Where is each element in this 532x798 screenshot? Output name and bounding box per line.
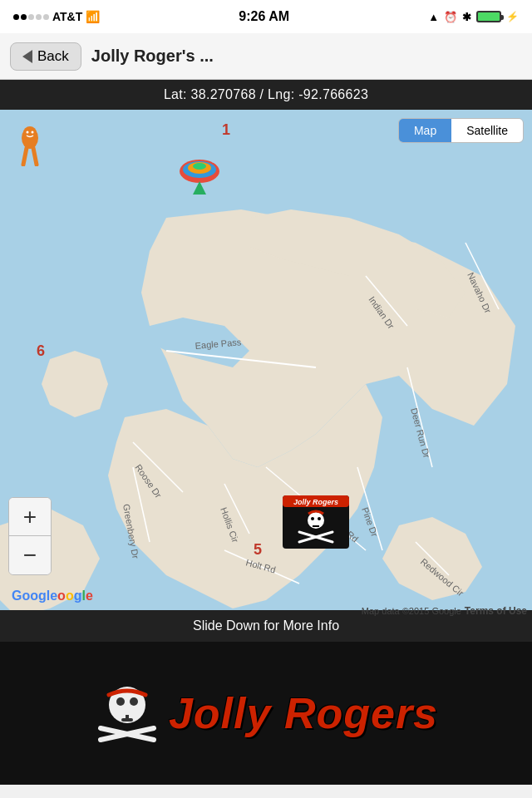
bluetooth-icon: ✱	[462, 11, 471, 23]
nav-bar: Back Jolly Roger's ...	[0, 33, 532, 80]
signal-dot-4	[36, 14, 42, 20]
svg-rect-54	[126, 715, 129, 722]
svg-line-34	[23, 148, 27, 165]
map-type-toggle[interactable]: Map Satellite	[398, 118, 524, 143]
jolly-rogers-banner: Jolly Rogers	[0, 642, 532, 785]
coordinates-text: Lat: 38.270768 / Lng: -92.766623	[164, 87, 368, 102]
bolt-icon: ⚡	[506, 11, 519, 22]
svg-point-32	[27, 131, 29, 134]
map-view-button[interactable]: Map	[399, 119, 451, 142]
satellite-view-button[interactable]: Satellite	[451, 119, 523, 142]
skull-icon	[94, 680, 160, 746]
google-text: Google	[12, 589, 57, 603]
svg-line-35	[33, 148, 37, 165]
banner-content: Jolly Rogers	[169, 692, 438, 735]
back-label: Back	[37, 48, 69, 65]
coords-bar: Lat: 38.270768 / Lng: -92.766623	[0, 80, 532, 110]
svg-point-46	[318, 517, 321, 520]
signal-dot-5	[43, 14, 49, 20]
banner-title: Jolly Rogers	[169, 692, 438, 735]
pegman-icon[interactable]	[15, 126, 45, 166]
terms-of-use-link[interactable]: Terms of Use	[465, 605, 527, 617]
map-label-5: 5	[254, 541, 262, 559]
map-label-1: 1	[222, 121, 230, 139]
map-label-6: 6	[37, 342, 45, 360]
slide-down-text: Slide Down for More Info	[193, 618, 339, 633]
page-title: Jolly Roger's ...	[91, 47, 214, 66]
svg-point-33	[32, 131, 34, 134]
svg-marker-40	[193, 181, 206, 195]
signal-dot-1	[13, 14, 19, 20]
svg-point-45	[311, 517, 314, 520]
zoom-in-button[interactable]: +	[9, 498, 51, 536]
status-time: 9:26 AM	[239, 9, 289, 24]
svg-point-39	[193, 163, 206, 170]
carrier-label: AT&T	[52, 10, 82, 23]
jolly-rogers-marker[interactable]: Jolly Rogers	[283, 495, 349, 549]
alarm-icon: ⏰	[444, 11, 457, 23]
wifi-icon: 📶	[86, 10, 100, 23]
boat-marker[interactable]	[175, 155, 224, 200]
svg-point-52	[130, 697, 138, 706]
svg-text:Jolly Rogers: Jolly Rogers	[293, 498, 338, 506]
info-section: Jolly Rogers	[0, 642, 532, 785]
status-left: AT&T 📶	[13, 10, 100, 23]
location-icon: ▲	[428, 11, 439, 23]
svg-point-31	[23, 126, 37, 140]
map-data-text: Map data ©2015 Google	[362, 606, 461, 616]
zoom-out-button[interactable]: −	[9, 536, 51, 574]
back-arrow-icon	[22, 50, 32, 63]
zoom-controls[interactable]: + −	[8, 497, 52, 575]
battery-icon	[476, 11, 501, 22]
map-attribution: Map data ©2015 Google Terms of Use	[362, 605, 527, 617]
svg-rect-47	[313, 525, 319, 527]
status-right: ▲ ⏰ ✱ ⚡	[428, 11, 519, 23]
signal-dot-3	[28, 14, 34, 20]
signal-dots	[13, 14, 49, 20]
svg-point-51	[116, 697, 125, 706]
google-watermark: Googleoogle	[12, 589, 93, 603]
back-button[interactable]: Back	[10, 42, 81, 71]
map-svg: Eagle Pass Beach Rd Holt Rd Deer Run Dr …	[0, 110, 532, 642]
map-container[interactable]: Eagle Pass Beach Rd Holt Rd Deer Run Dr …	[0, 110, 532, 642]
signal-dot-2	[21, 14, 27, 20]
status-bar: AT&T 📶 9:26 AM ▲ ⏰ ✱ ⚡	[0, 0, 532, 33]
